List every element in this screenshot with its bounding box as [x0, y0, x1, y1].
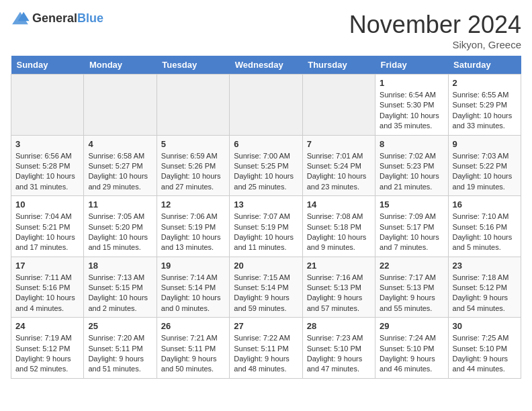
day-cell	[230, 75, 302, 136]
day-cell: 3Sunrise: 6:56 AMSunset: 5:28 PMDaylight…	[11, 135, 84, 196]
day-info: Sunrise: 7:02 AMSunset: 5:23 PMDaylight:…	[380, 151, 443, 193]
day-number: 2	[453, 78, 517, 88]
day-number: 9	[453, 139, 517, 149]
header-friday: Friday	[375, 56, 448, 75]
day-info: Sunrise: 7:09 AMSunset: 5:17 PMDaylight:…	[380, 212, 443, 253]
header-saturday: Saturday	[448, 56, 521, 75]
day-info: Sunrise: 7:18 AMSunset: 5:12 PMDaylight:…	[453, 273, 517, 314]
logo-blue: Blue	[77, 11, 103, 25]
day-cell: 29Sunrise: 7:24 AMSunset: 5:10 PMDayligh…	[375, 318, 448, 379]
week-row-3: 10Sunrise: 7:04 AMSunset: 5:21 PMDayligh…	[11, 196, 521, 257]
calendar-table: SundayMondayTuesdayWednesdayThursdayFrid…	[11, 56, 521, 379]
logo-general: General	[32, 11, 77, 25]
day-number: 1	[380, 78, 443, 88]
day-cell: 16Sunrise: 7:10 AMSunset: 5:16 PMDayligh…	[448, 196, 521, 257]
day-cell: 13Sunrise: 7:07 AMSunset: 5:19 PMDayligh…	[230, 196, 302, 257]
day-info: Sunrise: 7:04 AMSunset: 5:21 PMDaylight:…	[15, 212, 79, 253]
day-info: Sunrise: 7:25 AMSunset: 5:10 PMDaylight:…	[453, 333, 517, 375]
header-sunday: Sunday	[11, 56, 84, 75]
week-row-4: 17Sunrise: 7:11 AMSunset: 5:16 PMDayligh…	[11, 257, 521, 318]
day-info: Sunrise: 7:16 AMSunset: 5:13 PMDaylight:…	[307, 273, 371, 314]
day-info: Sunrise: 7:24 AMSunset: 5:10 PMDaylight:…	[380, 333, 443, 375]
day-number: 4	[88, 139, 152, 149]
day-number: 17	[15, 261, 79, 271]
week-row-2: 3Sunrise: 6:56 AMSunset: 5:28 PMDaylight…	[11, 135, 521, 196]
day-cell: 8Sunrise: 7:02 AMSunset: 5:23 PMDaylight…	[375, 135, 448, 196]
day-cell: 22Sunrise: 7:17 AMSunset: 5:13 PMDayligh…	[375, 257, 448, 318]
day-cell: 18Sunrise: 7:13 AMSunset: 5:15 PMDayligh…	[84, 257, 157, 318]
day-cell: 1Sunrise: 6:54 AMSunset: 5:30 PMDaylight…	[375, 75, 448, 136]
day-info: Sunrise: 6:58 AMSunset: 5:27 PMDaylight:…	[88, 151, 152, 193]
day-number: 12	[161, 199, 225, 210]
header-thursday: Thursday	[302, 56, 375, 75]
day-number: 25	[88, 321, 152, 331]
day-cell: 12Sunrise: 7:06 AMSunset: 5:19 PMDayligh…	[157, 196, 229, 257]
day-number: 10	[15, 199, 79, 210]
day-cell: 23Sunrise: 7:18 AMSunset: 5:12 PMDayligh…	[448, 257, 521, 318]
day-info: Sunrise: 7:15 AMSunset: 5:14 PMDaylight:…	[234, 273, 298, 314]
day-cell: 5Sunrise: 6:59 AMSunset: 5:26 PMDaylight…	[157, 135, 229, 196]
title-area: November 2024 Sikyon, Greece	[349, 11, 521, 50]
day-number: 13	[234, 199, 298, 210]
day-cell: 9Sunrise: 7:03 AMSunset: 5:22 PMDaylight…	[448, 135, 521, 196]
header: GeneralBlue November 2024 Sikyon, Greece	[11, 11, 521, 50]
day-info: Sunrise: 7:01 AMSunset: 5:24 PMDaylight:…	[307, 151, 371, 193]
day-info: Sunrise: 7:06 AMSunset: 5:19 PMDaylight:…	[161, 212, 225, 253]
day-number: 26	[161, 321, 225, 331]
day-number: 19	[161, 261, 225, 271]
day-number: 30	[453, 321, 517, 331]
day-info: Sunrise: 7:08 AMSunset: 5:18 PMDaylight:…	[307, 212, 371, 253]
day-number: 18	[88, 261, 152, 271]
day-info: Sunrise: 7:03 AMSunset: 5:22 PMDaylight:…	[453, 151, 517, 193]
day-number: 5	[161, 139, 225, 149]
day-number: 7	[307, 139, 371, 149]
day-number: 20	[234, 261, 298, 271]
day-info: Sunrise: 7:05 AMSunset: 5:20 PMDaylight:…	[88, 212, 152, 253]
day-cell: 28Sunrise: 7:23 AMSunset: 5:10 PMDayligh…	[302, 318, 375, 379]
day-number: 24	[15, 321, 79, 331]
day-cell: 17Sunrise: 7:11 AMSunset: 5:16 PMDayligh…	[11, 257, 84, 318]
day-cell: 20Sunrise: 7:15 AMSunset: 5:14 PMDayligh…	[230, 257, 302, 318]
day-cell: 25Sunrise: 7:20 AMSunset: 5:11 PMDayligh…	[84, 318, 157, 379]
day-cell: 6Sunrise: 7:00 AMSunset: 5:25 PMDaylight…	[230, 135, 302, 196]
day-info: Sunrise: 6:55 AMSunset: 5:29 PMDaylight:…	[453, 90, 517, 132]
day-info: Sunrise: 7:23 AMSunset: 5:10 PMDaylight:…	[307, 333, 371, 375]
day-cell: 30Sunrise: 7:25 AMSunset: 5:10 PMDayligh…	[448, 318, 521, 379]
header-monday: Monday	[84, 56, 157, 75]
day-number: 11	[88, 199, 152, 210]
logo-icon	[11, 11, 30, 26]
day-cell: 7Sunrise: 7:01 AMSunset: 5:24 PMDaylight…	[302, 135, 375, 196]
day-info: Sunrise: 7:14 AMSunset: 5:14 PMDaylight:…	[161, 273, 225, 314]
day-number: 23	[453, 261, 517, 271]
day-info: Sunrise: 7:22 AMSunset: 5:11 PMDaylight:…	[234, 333, 298, 375]
day-number: 21	[307, 261, 371, 271]
day-info: Sunrise: 6:59 AMSunset: 5:26 PMDaylight:…	[161, 151, 225, 193]
day-cell: 4Sunrise: 6:58 AMSunset: 5:27 PMDaylight…	[84, 135, 157, 196]
day-number: 27	[234, 321, 298, 331]
header-wednesday: Wednesday	[230, 56, 302, 75]
day-info: Sunrise: 6:56 AMSunset: 5:28 PMDaylight:…	[15, 151, 79, 193]
calendar-header-row: SundayMondayTuesdayWednesdayThursdayFrid…	[11, 56, 521, 75]
day-cell: 19Sunrise: 7:14 AMSunset: 5:14 PMDayligh…	[157, 257, 229, 318]
day-info: Sunrise: 7:07 AMSunset: 5:19 PMDaylight:…	[234, 212, 298, 253]
day-info: Sunrise: 6:54 AMSunset: 5:30 PMDaylight:…	[380, 90, 443, 132]
day-number: 22	[380, 261, 443, 271]
week-row-1: 1Sunrise: 6:54 AMSunset: 5:30 PMDaylight…	[11, 75, 521, 136]
month-title: November 2024	[349, 11, 521, 39]
location-subtitle: Sikyon, Greece	[349, 39, 521, 50]
day-number: 6	[234, 139, 298, 149]
day-cell	[157, 75, 229, 136]
day-info: Sunrise: 7:20 AMSunset: 5:11 PMDaylight:…	[88, 333, 152, 375]
week-row-5: 24Sunrise: 7:19 AMSunset: 5:12 PMDayligh…	[11, 318, 521, 379]
day-info: Sunrise: 7:10 AMSunset: 5:16 PMDaylight:…	[453, 212, 517, 253]
day-info: Sunrise: 7:21 AMSunset: 5:11 PMDaylight:…	[161, 333, 225, 375]
day-info: Sunrise: 7:17 AMSunset: 5:13 PMDaylight:…	[380, 273, 443, 314]
day-number: 28	[307, 321, 371, 331]
day-number: 29	[380, 321, 443, 331]
day-number: 8	[380, 139, 443, 149]
day-cell: 2Sunrise: 6:55 AMSunset: 5:29 PMDaylight…	[448, 75, 521, 136]
day-cell: 11Sunrise: 7:05 AMSunset: 5:20 PMDayligh…	[84, 196, 157, 257]
day-info: Sunrise: 7:13 AMSunset: 5:15 PMDaylight:…	[88, 273, 152, 314]
day-cell: 14Sunrise: 7:08 AMSunset: 5:18 PMDayligh…	[302, 196, 375, 257]
logo: GeneralBlue	[11, 11, 103, 26]
